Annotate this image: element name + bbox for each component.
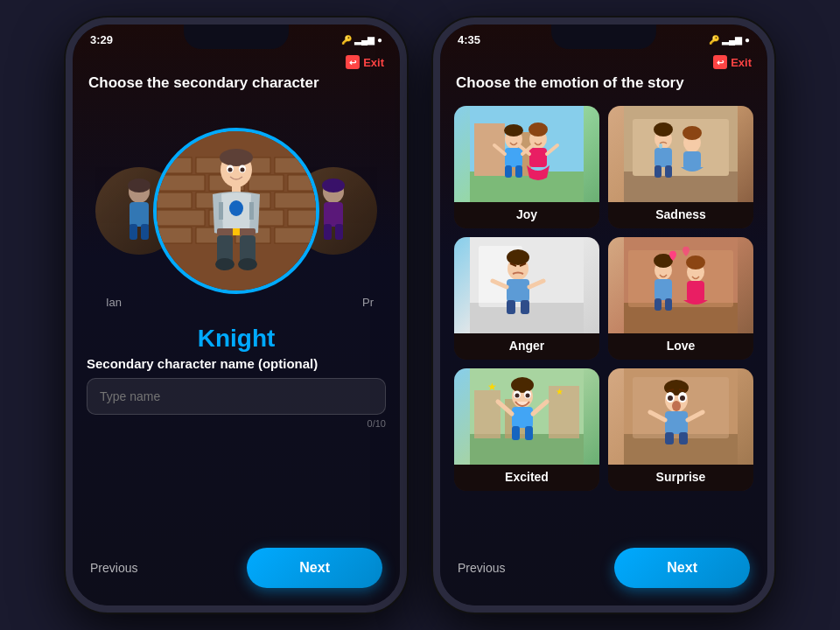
svg-rect-108 bbox=[512, 426, 520, 440]
svg-rect-91 bbox=[654, 298, 662, 311]
emotion-card-joy[interactable]: Joy bbox=[454, 106, 599, 228]
emotion-card-love[interactable]: Love bbox=[608, 237, 753, 360]
next-button-2[interactable]: Next bbox=[614, 548, 750, 588]
emotion-card-anger[interactable]: Anger bbox=[454, 237, 599, 360]
svg-rect-52 bbox=[505, 165, 512, 178]
exit-icon-1: ↩ bbox=[346, 55, 360, 69]
screen-title-2: Choose the emotion of the story bbox=[454, 74, 753, 92]
svg-rect-44 bbox=[335, 224, 343, 240]
anger-illustration bbox=[470, 237, 584, 333]
svg-rect-66 bbox=[654, 148, 672, 167]
bottom-nav-1: Previous Next bbox=[73, 537, 400, 606]
svg-rect-98 bbox=[474, 390, 500, 438]
svg-point-70 bbox=[682, 126, 702, 140]
svg-rect-87 bbox=[628, 250, 733, 307]
svg-point-102 bbox=[511, 377, 534, 393]
bottom-nav-2: Previous Next bbox=[440, 537, 767, 606]
svg-rect-13 bbox=[288, 175, 319, 191]
svg-rect-86 bbox=[624, 303, 738, 333]
emotion-card-surprise[interactable]: Surprise bbox=[608, 368, 753, 491]
svg-rect-3 bbox=[130, 224, 137, 240]
svg-point-33 bbox=[229, 200, 243, 216]
svg-rect-109 bbox=[525, 426, 533, 440]
svg-rect-4 bbox=[141, 224, 149, 240]
svg-rect-14 bbox=[157, 192, 192, 208]
svg-rect-81 bbox=[507, 300, 515, 314]
svg-rect-46 bbox=[470, 172, 584, 202]
character-name-input[interactable] bbox=[87, 378, 386, 415]
love-image bbox=[608, 237, 753, 333]
emotion-card-excited[interactable]: ★ ★ Excited bbox=[454, 368, 599, 491]
svg-point-65 bbox=[654, 122, 673, 136]
love-label: Love bbox=[608, 333, 753, 360]
svg-rect-56 bbox=[529, 148, 547, 167]
svg-point-77 bbox=[507, 249, 529, 265]
emotion-grid: Joy bbox=[454, 106, 753, 491]
status-icons-2: 🔑 ▂▄▆ ● bbox=[709, 35, 750, 45]
status-bar-1: 3:29 🔑 ▂▄▆ ● bbox=[73, 24, 400, 52]
sadness-label: Sadness bbox=[608, 202, 753, 228]
svg-point-123 bbox=[672, 401, 681, 411]
svg-point-55 bbox=[528, 122, 548, 136]
status-bar-2: 4:35 🔑 ▂▄▆ ● bbox=[440, 24, 767, 52]
svg-point-50 bbox=[504, 124, 523, 136]
svg-point-38 bbox=[215, 258, 234, 270]
surprise-image bbox=[608, 368, 753, 465]
char-counter: 0/10 bbox=[87, 418, 386, 429]
screen-title-1: Choose the secondary character bbox=[87, 74, 386, 92]
svg-rect-67 bbox=[654, 165, 662, 178]
svg-point-1 bbox=[128, 178, 150, 192]
svg-rect-82 bbox=[521, 300, 529, 314]
sadness-illustration bbox=[624, 106, 738, 202]
svg-point-94 bbox=[686, 256, 705, 270]
emotion-card-sadness[interactable]: Sadness bbox=[608, 106, 753, 228]
screen-content-1: Choose the secondary character bbox=[73, 74, 400, 537]
svg-point-105 bbox=[515, 394, 520, 398]
next-button-1[interactable]: Next bbox=[247, 548, 382, 588]
svg-rect-35 bbox=[233, 228, 240, 235]
screen-1: 3:29 🔑 ▂▄▆ ● ↩ Exit Choose the secondary… bbox=[73, 24, 400, 606]
svg-rect-51 bbox=[505, 148, 522, 167]
love-illustration bbox=[624, 237, 738, 333]
joy-label: Joy bbox=[454, 202, 599, 228]
svg-rect-100 bbox=[549, 386, 579, 438]
time-1: 3:29 bbox=[90, 33, 113, 46]
exit-button-1[interactable]: ↩ Exit bbox=[346, 55, 384, 69]
excited-label: Excited bbox=[454, 465, 599, 491]
svg-rect-107 bbox=[512, 407, 533, 428]
screen-2: 4:35 🔑 ▂▄▆ ● ↩ Exit Choose the emotion o… bbox=[440, 24, 767, 606]
input-label: Secondary character name (optional) bbox=[87, 356, 386, 371]
svg-rect-68 bbox=[665, 165, 672, 178]
char-main bbox=[153, 128, 319, 294]
screen-content-2: Choose the emotion of the story bbox=[440, 74, 767, 537]
joy-illustration bbox=[470, 106, 584, 202]
svg-rect-63 bbox=[633, 119, 729, 176]
excited-illustration: ★ ★ bbox=[470, 368, 584, 465]
char-right-label: Pr bbox=[362, 296, 374, 309]
svg-text:★: ★ bbox=[556, 387, 564, 396]
joy-image bbox=[454, 106, 599, 202]
sadness-image bbox=[608, 106, 753, 202]
exit-icon-2: ↩ bbox=[713, 55, 727, 69]
svg-point-121 bbox=[668, 396, 673, 401]
svg-rect-80 bbox=[507, 279, 529, 302]
knight-figure bbox=[188, 145, 284, 276]
screen-header-1: ↩ Exit bbox=[73, 52, 400, 74]
svg-rect-62 bbox=[624, 172, 738, 202]
carousel: Ian Pr bbox=[87, 106, 386, 316]
svg-point-27 bbox=[220, 149, 253, 166]
surprise-illustration bbox=[624, 368, 738, 465]
svg-rect-21 bbox=[288, 210, 319, 226]
phone-2: 4:35 🔑 ▂▄▆ ● ↩ Exit Choose the emotion o… bbox=[433, 18, 774, 612]
previous-button-2[interactable]: Previous bbox=[458, 561, 505, 575]
svg-rect-95 bbox=[687, 281, 704, 302]
svg-rect-53 bbox=[515, 165, 522, 178]
exit-button-2[interactable]: ↩ Exit bbox=[713, 55, 752, 69]
phone-1: 3:29 🔑 ▂▄▆ ● ↩ Exit Choose the secondary… bbox=[66, 18, 407, 612]
previous-button-1[interactable]: Previous bbox=[90, 561, 137, 575]
time-2: 4:35 bbox=[458, 33, 480, 46]
status-icons-1: 🔑 ▂▄▆ ● bbox=[341, 35, 382, 45]
svg-rect-43 bbox=[324, 224, 332, 240]
svg-rect-125 bbox=[665, 432, 674, 444]
svg-text:★: ★ bbox=[487, 381, 497, 393]
